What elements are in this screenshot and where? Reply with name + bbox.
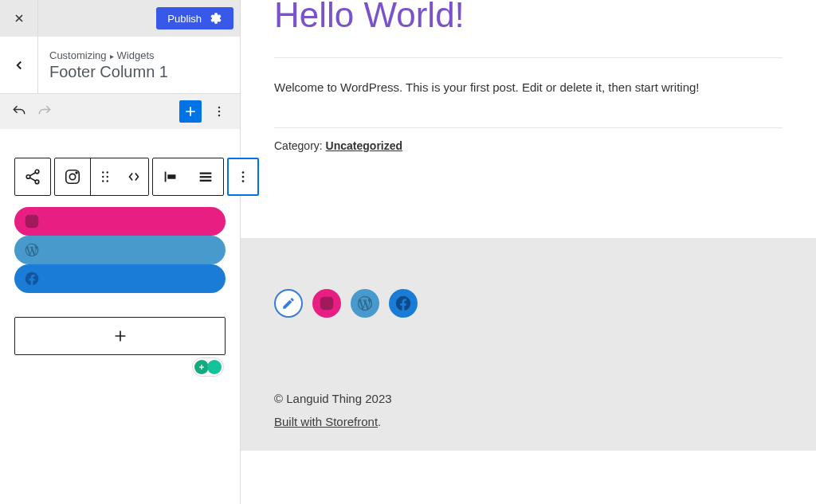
svg-rect-16 — [167, 174, 175, 179]
svg-point-10 — [107, 171, 108, 173]
close-button[interactable] — [0, 0, 38, 37]
social-links-block[interactable] — [14, 207, 226, 293]
block-more-button[interactable] — [229, 159, 257, 194]
grammarly-icon — [207, 360, 222, 374]
instagram-social-link[interactable] — [312, 289, 341, 318]
wordpress-icon — [356, 295, 374, 312]
wordpress-icon — [24, 242, 40, 258]
instagram-link-pill[interactable] — [14, 207, 226, 236]
category-line: Category: Uncategorized — [274, 139, 783, 152]
justify-button[interactable] — [188, 158, 223, 196]
wordpress-link-pill[interactable] — [14, 236, 226, 264]
back-button[interactable] — [0, 37, 38, 94]
undo-icon — [11, 104, 27, 119]
svg-point-20 — [242, 171, 245, 174]
facebook-icon — [394, 295, 412, 312]
svg-point-9 — [102, 171, 104, 173]
svg-rect-18 — [200, 176, 212, 178]
svg-point-4 — [26, 175, 30, 179]
svg-point-27 — [324, 301, 330, 307]
svg-point-5 — [35, 180, 39, 184]
svg-point-14 — [107, 180, 108, 182]
section-title: Footer Column 1 — [49, 63, 168, 81]
copyright-text: © Languid Thing 2023 — [274, 388, 783, 411]
svg-point-24 — [29, 219, 35, 225]
svg-point-13 — [102, 180, 104, 182]
redo-button[interactable] — [35, 102, 54, 121]
close-icon — [13, 12, 26, 25]
svg-point-25 — [35, 217, 37, 219]
more-vertical-icon — [211, 104, 227, 119]
plus-icon — [182, 104, 198, 119]
instagram-icon — [64, 168, 81, 186]
grammarly-widget[interactable] — [192, 357, 224, 377]
svg-point-2 — [218, 115, 221, 117]
undo-button[interactable] — [10, 102, 29, 121]
pencil-icon — [281, 296, 296, 311]
facebook-social-link[interactable] — [389, 289, 418, 318]
share-icon — [24, 168, 41, 186]
svg-rect-15 — [165, 172, 167, 182]
built-with-link[interactable]: Built with Storefront — [274, 415, 378, 428]
category-link[interactable]: Uncategorized — [326, 139, 402, 152]
align-left-icon — [162, 168, 179, 186]
chevron-left-icon — [12, 58, 26, 72]
post-title[interactable]: Hello World! — [274, 0, 783, 35]
post-body: Welcome to WordPress. This is your first… — [274, 80, 783, 94]
more-vertical-icon — [234, 168, 252, 186]
facebook-icon — [24, 271, 40, 287]
svg-rect-17 — [200, 173, 212, 174]
redo-icon — [37, 104, 53, 119]
svg-point-21 — [242, 176, 245, 178]
align-left-button[interactable] — [153, 158, 188, 196]
svg-point-22 — [242, 180, 245, 182]
chevrons-icon — [125, 168, 143, 186]
move-button[interactable] — [120, 158, 148, 196]
svg-point-8 — [76, 172, 77, 174]
preview-pane: Hello World! Welcome to WordPress. This … — [241, 0, 816, 504]
breadcrumb: Customizing▸Widgets — [49, 49, 168, 61]
instagram-icon — [24, 213, 40, 229]
svg-point-1 — [218, 111, 221, 113]
publish-label: Publish — [167, 13, 202, 25]
drag-handle-button[interactable] — [91, 158, 120, 196]
footer-social-icons — [241, 238, 816, 332]
gear-icon — [210, 12, 222, 25]
svg-point-0 — [218, 107, 221, 109]
instagram-icon — [319, 295, 335, 311]
more-options-button[interactable] — [208, 100, 230, 123]
svg-point-3 — [35, 170, 39, 174]
wordpress-social-link[interactable] — [351, 289, 379, 318]
svg-point-7 — [69, 174, 75, 179]
add-block-toolbar-button[interactable] — [179, 100, 202, 123]
publish-button[interactable]: Publish — [156, 7, 233, 29]
plus-icon — [112, 327, 129, 345]
justify-icon — [197, 168, 214, 186]
drag-icon — [96, 168, 114, 186]
svg-rect-19 — [200, 180, 212, 182]
facebook-link-pill[interactable] — [14, 264, 226, 293]
svg-point-28 — [330, 299, 332, 301]
svg-point-12 — [107, 176, 108, 178]
add-block-button[interactable] — [14, 317, 226, 355]
edit-widget-button[interactable] — [274, 289, 303, 318]
share-block-button[interactable] — [15, 158, 50, 196]
svg-point-11 — [102, 176, 104, 178]
block-toolbar — [14, 158, 226, 196]
instagram-block-button[interactable] — [55, 158, 90, 196]
